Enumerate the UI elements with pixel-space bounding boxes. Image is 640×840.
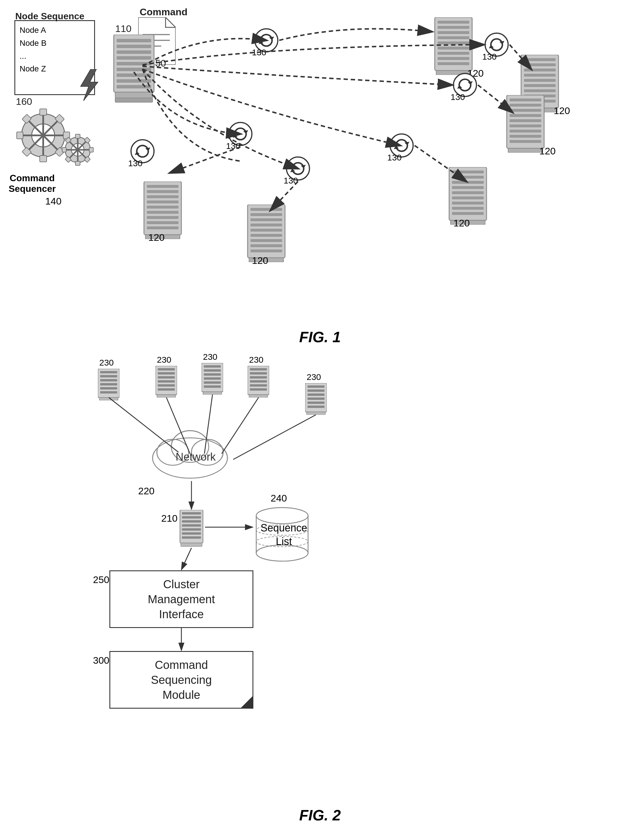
agent-130-1: 130 [253, 27, 279, 55]
svg-rect-85 [147, 216, 179, 219]
svg-rect-5 [117, 39, 151, 42]
server-210: 210 [179, 510, 205, 548]
svg-rect-136 [100, 379, 117, 382]
svg-rect-156 [203, 392, 222, 394]
svg-rect-11 [117, 74, 151, 77]
svg-rect-47 [438, 26, 469, 29]
cloud-network: Network 220 [150, 423, 230, 482]
agent-3-id: 130 [451, 92, 465, 102]
svg-rect-87 [147, 226, 179, 229]
svg-rect-164 [249, 394, 268, 398]
svg-marker-16 [81, 69, 98, 101]
svg-rect-145 [158, 380, 175, 383]
svg-rect-82 [147, 200, 179, 204]
svg-rect-171 [307, 406, 325, 408]
svg-rect-54 [438, 62, 469, 65]
svg-rect-105 [452, 191, 484, 194]
server-120-mr: 120 [504, 95, 547, 154]
svg-rect-144 [158, 376, 175, 378]
svg-rect-153 [204, 377, 221, 380]
agent-130-6: 130 [285, 155, 311, 183]
svg-rect-142 [158, 368, 175, 370]
svg-rect-46 [438, 21, 469, 24]
device-230-1: 230 [98, 369, 120, 402]
svg-rect-80 [147, 190, 179, 193]
node-a: Node A [19, 24, 90, 37]
svg-rect-159 [250, 372, 267, 375]
svg-rect-7 [117, 50, 151, 54]
server-mr-svg [504, 95, 547, 153]
cluster-mgmt-label: ClusterManagementInterface [148, 577, 215, 622]
server-120-tr1: 120 [432, 17, 475, 76]
svg-rect-75 [510, 135, 541, 138]
svg-line-204 [181, 548, 192, 570]
server-id-br: 120 [453, 218, 470, 229]
svg-rect-60 [524, 74, 556, 77]
svg-rect-108 [452, 207, 484, 210]
device-4-svg [248, 366, 269, 398]
svg-rect-39 [89, 147, 93, 152]
device-4-id: 230 [249, 355, 263, 365]
svg-rect-15 [115, 98, 153, 102]
svg-rect-106 [452, 196, 484, 199]
svg-rect-97 [250, 244, 282, 247]
svg-line-201 [233, 415, 316, 460]
svg-rect-163 [250, 388, 267, 391]
svg-rect-76 [510, 140, 541, 143]
svg-rect-53 [438, 57, 469, 60]
svg-rect-59 [524, 69, 556, 71]
svg-rect-190 [181, 543, 202, 547]
svg-rect-158 [250, 368, 267, 370]
svg-rect-103 [452, 181, 484, 184]
agent-1-id: 130 [252, 48, 266, 57]
svg-rect-185 [182, 520, 201, 523]
svg-rect-10 [117, 68, 151, 71]
svg-rect-101 [452, 170, 484, 173]
svg-rect-9 [117, 62, 151, 66]
server-120-bm: 120 [245, 205, 288, 263]
svg-rect-152 [204, 374, 221, 376]
svg-rect-90 [250, 208, 282, 211]
server-bm-svg [245, 205, 288, 262]
svg-rect-71 [510, 114, 541, 117]
lightning-bolt [78, 69, 101, 102]
svg-rect-155 [204, 385, 221, 388]
agent-130-2: 130 [484, 32, 510, 59]
svg-rect-69 [510, 104, 541, 107]
svg-rect-12 [117, 79, 151, 83]
svg-rect-151 [204, 369, 221, 372]
db-label: SequenceList [261, 521, 307, 548]
svg-rect-83 [147, 206, 179, 208]
svg-rect-8 [117, 56, 151, 59]
device-1-id: 230 [99, 358, 114, 367]
svg-rect-186 [182, 524, 201, 527]
device-3-id: 230 [203, 352, 218, 362]
cmd-seq-module-box: 300 CommandSequencingModule [109, 651, 253, 709]
agent-130-5: 130 [130, 138, 155, 165]
svg-rect-13 [117, 85, 151, 88]
svg-rect-138 [100, 387, 117, 390]
svg-rect-109 [452, 212, 484, 215]
svg-rect-172 [307, 412, 325, 415]
svg-rect-95 [250, 234, 282, 237]
svg-rect-68 [510, 98, 541, 101]
server-210-id: 210 [161, 513, 178, 524]
svg-rect-167 [307, 390, 325, 392]
network-label: Network [176, 451, 216, 463]
node-b: Node B [19, 37, 90, 50]
main-server: 110 [109, 35, 158, 105]
svg-rect-107 [452, 202, 484, 205]
svg-rect-161 [250, 380, 267, 383]
fig2-connectors-svg [0, 360, 640, 835]
svg-rect-137 [100, 383, 117, 385]
device-230-5: 230 [305, 383, 327, 416]
svg-rect-26 [17, 132, 23, 139]
device-2-id: 230 [157, 355, 171, 365]
db-id: 240 [270, 492, 287, 504]
svg-rect-169 [307, 398, 325, 400]
page: Node Sequence Node A Node B ... Node Z 1… [0, 0, 640, 840]
svg-rect-102 [452, 176, 484, 179]
main-server-svg [109, 35, 158, 104]
agent-130-3: 130 [452, 72, 478, 99]
svg-rect-23 [40, 109, 46, 115]
